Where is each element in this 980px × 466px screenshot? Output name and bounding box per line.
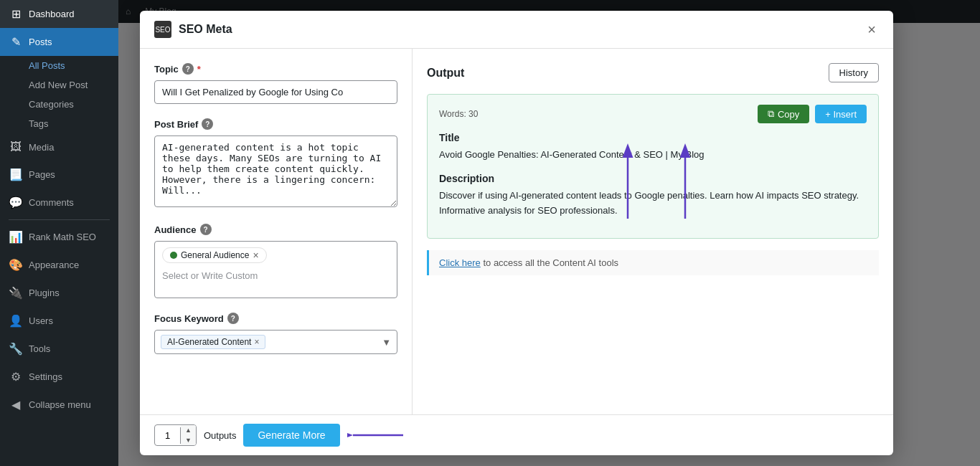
sidebar-item-plugins[interactable]: 🔌 Plugins	[0, 279, 118, 307]
media-icon: 🖼	[9, 141, 23, 153]
sidebar-item-appearance[interactable]: 🎨 Appearance	[0, 251, 118, 279]
sidebar-item-label: Dashboard	[29, 9, 75, 19]
dashboard-icon: ⊞	[9, 7, 23, 21]
topic-field-group: Topic ? *	[154, 63, 397, 104]
description-output-text: Discover if using AI-generated content l…	[439, 189, 867, 219]
audience-label: Audience ?	[154, 224, 397, 235]
users-icon: 👤	[9, 314, 23, 328]
sidebar-item-all-posts[interactable]: All Posts	[23, 56, 118, 75]
sidebar-item-tools[interactable]: 🔧 Tools	[0, 335, 118, 363]
topic-help-icon[interactable]: ?	[182, 63, 194, 75]
stepper-up-button[interactable]: ▲	[181, 425, 196, 435]
sidebar-item-dashboard[interactable]: ⊞ Dashboard	[0, 0, 118, 28]
sidebar: ⊞ Dashboard ✎ Posts All Posts Add New Po…	[0, 0, 118, 466]
output-title: Output	[427, 67, 829, 80]
sidebar-item-users[interactable]: 👤 Users	[0, 307, 118, 335]
all-posts-label: All Posts	[29, 60, 65, 71]
output-card: Words: 30 ⧉ Copy + Insert Title Av	[427, 94, 879, 239]
title-output-text: Avoid Google Penalties: AI-Generated Con…	[439, 148, 867, 163]
main-content: ⌂ My Blog SEO SEO Meta × Topic ?	[118, 0, 980, 466]
focus-keyword-help-icon[interactable]: ?	[227, 313, 239, 324]
outputs-stepper: 1 ▲ ▼	[154, 424, 197, 446]
title-section-label: Title	[439, 132, 867, 143]
sidebar-item-label: Posts	[29, 37, 52, 47]
posts-icon: ✎	[9, 35, 23, 49]
post-brief-textarea[interactable]: AI-generated content is a hot topic thes…	[154, 135, 397, 207]
general-audience-tag: General Audience ×	[162, 247, 267, 263]
sidebar-item-collapse[interactable]: ◀ Collapse menu	[0, 391, 118, 419]
collapse-icon: ◀	[9, 398, 23, 412]
sidebar-item-label: Plugins	[29, 287, 60, 298]
keyword-tag: AI-Generated Content ×	[161, 335, 265, 349]
copy-icon: ⧉	[768, 108, 774, 120]
sidebar-item-pages[interactable]: 📃 Pages	[0, 161, 118, 189]
sidebar-item-media[interactable]: 🖼 Media	[0, 133, 118, 161]
modal-close-button[interactable]: ×	[864, 22, 879, 38]
sidebar-item-rankmath[interactable]: 📊 Rank Math SEO	[0, 223, 118, 251]
left-panel: Topic ? * Post Brief ? AI-generated cont…	[140, 49, 413, 414]
pages-icon: 📃	[9, 168, 23, 181]
sidebar-item-posts[interactable]: ✎ Posts	[0, 28, 118, 56]
post-brief-help-icon[interactable]: ?	[202, 118, 213, 130]
audience-box[interactable]: General Audience × Select or Write Custo…	[154, 241, 397, 298]
sidebar-item-categories[interactable]: Categories	[23, 95, 118, 114]
topic-label: Topic ? *	[154, 63, 397, 75]
keyword-dropdown-arrow[interactable]: ▼	[382, 337, 391, 348]
topic-input[interactable]	[154, 80, 397, 104]
modal-footer: 1 ▲ ▼ Outputs Generate More	[140, 414, 893, 455]
keyword-tag-label: AI-Generated Content	[167, 337, 251, 347]
outputs-value: 1	[155, 427, 181, 444]
sidebar-item-add-new[interactable]: Add New Post	[23, 75, 118, 95]
focus-keyword-label: Focus Keyword ?	[154, 313, 397, 324]
outputs-label: Outputs	[204, 430, 237, 441]
generate-arrow	[347, 427, 405, 444]
categories-label: Categories	[29, 99, 74, 110]
add-new-label: Add New Post	[29, 80, 88, 90]
sidebar-item-tags[interactable]: Tags	[23, 114, 118, 133]
words-count: Words: 30	[439, 109, 478, 119]
modal-header: SEO SEO Meta ×	[140, 11, 893, 49]
topic-required: *	[197, 64, 201, 75]
modal-body: Topic ? * Post Brief ? AI-generated cont…	[140, 49, 893, 414]
sidebar-item-label: Comments	[29, 197, 74, 208]
generate-more-button[interactable]: Generate More	[243, 424, 339, 447]
plugins-icon: 🔌	[9, 286, 23, 300]
sidebar-separator	[9, 219, 110, 220]
right-panel: Output History Words: 30 ⧉ Copy +	[413, 49, 893, 414]
card-actions: ⧉ Copy + Insert	[758, 105, 867, 123]
audience-placeholder: Select or Write Custom	[162, 267, 390, 284]
seo-meta-modal: SEO SEO Meta × Topic ? *	[140, 11, 893, 455]
copy-button[interactable]: ⧉ Copy	[758, 105, 809, 123]
keyword-remove-button[interactable]: ×	[254, 337, 259, 347]
content-ai-link[interactable]: Click here	[439, 257, 481, 268]
copy-label: Copy	[778, 109, 799, 120]
stepper-down-button[interactable]: ▼	[181, 435, 196, 445]
focus-keyword-field-group: Focus Keyword ? AI-Generated Content × ▼	[154, 313, 397, 354]
sidebar-item-label: Users	[29, 315, 53, 326]
history-button[interactable]: History	[829, 63, 879, 82]
sidebar-item-label: Rank Math SEO	[29, 232, 96, 242]
keyword-box[interactable]: AI-Generated Content × ▼	[154, 330, 397, 354]
description-section-label: Description	[439, 173, 867, 184]
sidebar-item-label: Media	[29, 142, 54, 153]
post-brief-field-group: Post Brief ? AI-generated content is a h…	[154, 118, 397, 209]
audience-remove-button[interactable]: ×	[253, 250, 258, 260]
content-ai-suffix: to access all the Content AI tools	[483, 257, 618, 268]
rankmath-icon: 📊	[9, 230, 23, 244]
audience-field-group: Audience ? General Audience × Select or …	[154, 224, 397, 298]
sidebar-item-label: Tools	[29, 343, 50, 354]
audience-help-icon[interactable]: ?	[200, 224, 212, 235]
modal-header-icon: SEO	[154, 21, 171, 38]
sidebar-item-label: Pages	[29, 169, 55, 180]
content-ai-link-box: Click here to access all the Content AI …	[427, 250, 879, 275]
modal-title: SEO Meta	[179, 23, 857, 36]
insert-button[interactable]: + Insert	[815, 105, 867, 123]
sidebar-item-settings[interactable]: ⚙ Settings	[0, 363, 118, 391]
posts-submenu: All Posts Add New Post Categories Tags	[0, 56, 118, 133]
tags-label: Tags	[29, 118, 48, 129]
settings-icon: ⚙	[9, 370, 23, 384]
sidebar-item-comments[interactable]: 💬 Comments	[0, 189, 118, 217]
output-card-header: Words: 30 ⧉ Copy + Insert	[439, 105, 867, 123]
sidebar-item-label: Appearance	[29, 260, 79, 270]
post-brief-label: Post Brief ?	[154, 118, 397, 130]
